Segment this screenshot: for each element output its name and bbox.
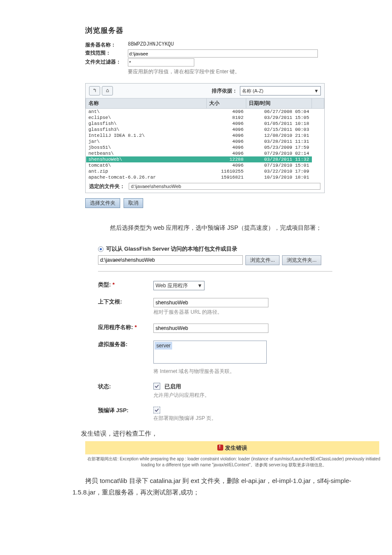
error-banner: 发生错误 xyxy=(85,441,379,454)
status-label: 状态: xyxy=(98,383,153,399)
appname-input[interactable] xyxy=(153,324,268,333)
choose-folder-button[interactable]: 选择文件夹 xyxy=(85,198,120,208)
table-row[interactable]: ant\409606/27/2008 05:04 xyxy=(86,109,324,115)
radio-local-label: 可以从 GlassFish Server 访问的本地打包文件或目录 xyxy=(106,245,237,253)
type-label: 类型: xyxy=(98,281,111,288)
scrollbar[interactable] xyxy=(312,98,324,109)
file-browser: ↰ ⌂ 排序依据： 名称 (A-Z)▼ 名称 大小 日期/时间 ant\4096… xyxy=(85,83,325,193)
sort-label: 排序依据： xyxy=(212,87,237,95)
table-row[interactable]: jar\409603/28/2011 11:31 xyxy=(86,139,324,145)
col-size[interactable]: 大小 xyxy=(207,98,246,109)
filter-label: 文件夹过滤器： xyxy=(85,58,128,66)
scope-input[interactable] xyxy=(128,49,318,58)
page-title: 浏览服务器 xyxy=(85,26,392,35)
table-row[interactable]: jboss51\409605/23/2009 17:59 xyxy=(86,145,324,150)
col-name[interactable]: 名称 xyxy=(86,98,207,109)
hint-text: 要应用新的字段值，请在相应字段中按 Enter 键。 xyxy=(128,68,392,75)
table-row[interactable]: apache-tomcat-6.0.26.rar1591682110/19/20… xyxy=(86,174,324,180)
error-icon xyxy=(217,445,223,451)
up-button[interactable]: ↰ xyxy=(89,86,100,95)
precompile-checkbox[interactable] xyxy=(153,407,160,413)
context-input[interactable] xyxy=(153,298,268,307)
path-input[interactable] xyxy=(98,255,243,265)
table-row[interactable]: shenshuoWeb\1228803/28/2011 11:32 xyxy=(86,156,324,162)
context-label: 上下文根: xyxy=(98,298,153,316)
home-button[interactable]: ⌂ xyxy=(102,86,113,95)
table-row[interactable]: glassfish\409601/05/2011 10:18 xyxy=(86,121,324,127)
status-checkbox[interactable] xyxy=(153,383,160,390)
table-row[interactable]: ant.zip1161025503/22/2010 17:09 xyxy=(86,168,324,174)
selected-label: 选定的文件夹： xyxy=(89,183,127,190)
radio-local[interactable] xyxy=(98,246,104,252)
precompile-note: 在部署期间预编译 JSP 页。 xyxy=(153,415,392,422)
status-note: 允许用户访问应用程序。 xyxy=(153,392,392,399)
sort-select[interactable]: 名称 (A-Z)▼ xyxy=(240,86,321,95)
scope-label: 查找范围： xyxy=(85,49,128,58)
cancel-button[interactable]: 取消 xyxy=(124,198,143,208)
precompile-label: 预编译 JSP: xyxy=(98,407,153,422)
table-row[interactable]: tomcat6\409607/19/2010 15:01 xyxy=(86,162,324,168)
browse-folder-button[interactable]: 浏览文件夹... xyxy=(282,255,321,265)
server-name-value: 8BWPZDJHNJCYKQU xyxy=(128,41,174,49)
browse-file-button[interactable]: 浏览文件... xyxy=(245,255,280,265)
paragraph-1: 然后选择类型为 web 应用程序，选中预编译 JSP（提高速度），完成项目部署； xyxy=(98,223,392,233)
paragraph-3: 拷贝 tomcat\lib 目录下 catalina.jar 到 ext 文件夹… xyxy=(72,475,379,498)
context-note: 相对于服务器基 URL 的路径。 xyxy=(153,309,392,316)
paragraph-2: 发生错误，进行检查工作， xyxy=(81,430,392,438)
table-row[interactable]: eclipse\819203/29/2011 15:05 xyxy=(86,115,324,121)
vs-note: 将 Internet 域名与物理服务器关联。 xyxy=(153,368,392,375)
chevron-down-icon: ▼ xyxy=(314,88,319,93)
file-table: 名称 大小 日期/时间 ant\409606/27/2008 05:04ecli… xyxy=(86,98,324,180)
col-date[interactable]: 日期/时间 xyxy=(246,98,312,109)
filter-input[interactable] xyxy=(128,58,194,66)
table-row[interactable]: IntelliJ IDEA 8.1.2\409612/08/2010 21:01 xyxy=(86,133,324,139)
selected-path: d:\javaee\shenshuoWeb xyxy=(129,183,320,190)
type-select[interactable]: Web 应用程序▼ xyxy=(153,281,205,290)
server-name-label: 服务器名称： xyxy=(85,41,128,49)
status-value: 已启用 xyxy=(164,383,181,390)
vs-select[interactable]: server xyxy=(153,341,267,364)
table-row[interactable]: glassfish3\409602/15/2011 00:03 xyxy=(86,127,324,133)
appname-label: 应用程序名称: xyxy=(98,324,133,330)
table-row[interactable]: netbeans\409607/29/2010 02:14 xyxy=(86,150,324,156)
chevron-down-icon: ▼ xyxy=(197,283,202,289)
vs-label: 虚拟服务器: xyxy=(98,341,153,375)
error-text: 在部署期间出错: Exception while preparing the a… xyxy=(85,454,383,470)
